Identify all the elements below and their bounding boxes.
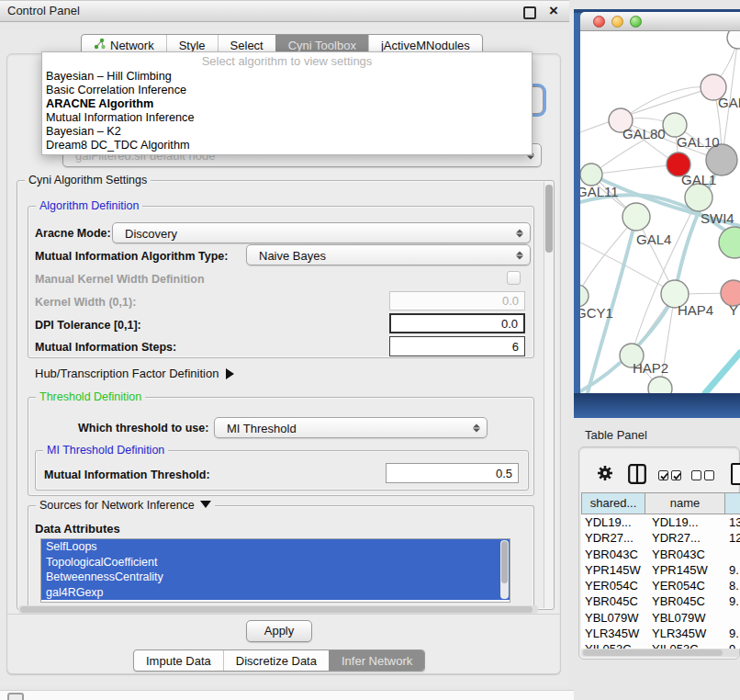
minimize-traffic-light-icon[interactable] [611,16,623,28]
document-icon[interactable] [731,463,740,485]
network-node[interactable] [622,203,650,231]
settings-scrollbar-horizontal[interactable] [18,605,538,614]
table-column-header[interactable] [725,492,740,514]
table-cell: 12 [729,531,740,545]
dpi-tolerance-field[interactable] [389,313,525,333]
network-canvas[interactable]: GALGAL80GAL10GAL1GAL11SWI4GAL4GCY1HAP4YH… [580,31,740,393]
table-cell: YDL19... [585,515,632,529]
aracne-mode-combobox[interactable]: Discovery [112,222,531,243]
split-columns-icon[interactable] [628,464,646,488]
sources-toggle[interactable]: Sources for Network Inference [36,499,215,512]
float-window-icon[interactable] [523,6,536,19]
table-row[interactable]: YER054CYER054C8. [581,578,740,593]
table-column-header[interactable]: shared... [581,492,645,514]
mi-algorithm-type-label: Mutual Information Algorithm Type: [35,250,228,263]
table-row[interactable]: YDL19...YDL19...13 [581,514,740,530]
table-row[interactable]: YLR345WYLR345W9. [581,626,740,641]
table-cell: YPR145W [652,563,708,577]
algorithm-dropdown-placeholder: Select algorithm to view settings [42,52,532,70]
network-window-titlebar[interactable] [580,12,740,31]
table-cell: YER054C [652,579,705,593]
algorithm-option[interactable]: ARACNE Algorithm [42,97,532,111]
mi-algorithm-type-combobox[interactable]: Naive Bayes [246,244,531,265]
attributes-scrollbar[interactable] [500,540,509,599]
network-node-label: GAL10 [677,134,720,150]
table-body: YDL19...YDL19...13YDR27...YDR27...12YBR0… [581,514,740,649]
which-threshold-value: MI Threshold [227,421,297,435]
status-bar-button[interactable] [7,693,24,700]
checked-checkbox-icon[interactable] [658,470,668,480]
expand-arrow-icon [226,368,234,379]
algorithm-option[interactable]: Dream8 DC_TDC Algorithm [42,139,532,152]
unchecked-checkbox-icon[interactable] [691,470,701,480]
settings-scrollbar-vertical[interactable] [544,182,554,608]
network-view: GALGAL80GAL10GAL1GAL11SWI4GAL4GCY1HAP4YH… [580,31,740,393]
tab-discretize-data[interactable]: Discretize Data [223,650,329,671]
network-node[interactable] [719,227,740,258]
scrollbar-thumb[interactable] [501,541,508,583]
group-title: Threshold Definition [36,390,145,403]
tab-impute-data[interactable]: Impute Data [134,650,223,671]
mi-threshold-field[interactable] [386,463,519,483]
table-header-row: shared...name [581,492,740,514]
close-traffic-light-icon[interactable] [593,16,605,28]
network-node[interactable] [580,164,602,186]
network-node-label: HAP4 [678,302,713,318]
dpi-tolerance-label: DPI Tolerance [0,1]: [35,319,141,332]
table-row[interactable]: YBL079WYBL079W [581,610,740,626]
tab-label: Cyni Toolbox [288,39,356,52]
hub-definition-toggle[interactable]: Hub/Transcription Factor Definition [35,367,234,380]
table-cell: YDR27... [585,531,633,545]
scrollbar-thumb[interactable] [545,185,553,253]
network-icon [94,38,106,52]
data-attribute-item[interactable]: gal4RGexp [41,585,510,601]
kernel-width-field[interactable] [389,291,525,310]
table-row[interactable]: YDR27...YDR27...12 [581,530,740,546]
apply-button[interactable]: Apply [246,620,312,642]
control-panel-title: Control Panel [7,4,80,17]
data-attribute-item[interactable]: BetweennessCentrality [41,570,510,585]
algorithm-option[interactable]: Mutual Information Inference [42,111,532,125]
tab-label: Discretize Data [236,654,317,668]
network-node-label: GAL1 [681,172,716,187]
close-icon[interactable]: × [549,1,558,21]
scrollbar-thumb[interactable] [583,649,723,656]
which-threshold-combobox[interactable]: MI Threshold [214,417,488,438]
network-node[interactable] [727,31,740,49]
table-column-header[interactable]: name [645,492,725,514]
table-cell: YPR145W [585,563,641,577]
manual-kernel-width-checkbox[interactable] [507,271,521,285]
table-cell: YER054C [585,579,638,593]
network-desktop-bottom-edge [574,393,740,418]
mi-steps-field[interactable] [389,336,525,356]
algorithm-option[interactable]: Bayesian – K2 [42,125,532,139]
table-scrollbar-horizontal[interactable] [581,649,739,657]
checked-checkbox-icon[interactable] [671,470,681,480]
apply-button-label: Apply [264,624,295,638]
table-cell: YBL079W [652,611,706,625]
table-cell: YBR043C [652,548,705,561]
table-row[interactable]: YBR043CYBR043C [581,547,740,562]
table-row[interactable]: YIL053CYIL053C9 [581,641,740,649]
tab-infer-network[interactable]: Infer Network [329,650,424,671]
data-attributes-list[interactable]: SelfLoopsTopologicalCoefficientBetweenne… [40,538,510,603]
data-attribute-item[interactable]: TopologicalCoefficient [41,555,510,570]
network-node[interactable] [580,285,589,307]
combo-arrows-icon [473,423,480,432]
unchecked-checkbox-icon[interactable] [704,470,714,480]
group-title: MI Threshold Definition [43,444,168,457]
algorithm-option[interactable]: Bayesian – Hill Climbing [42,70,532,84]
scrollbar-thumb[interactable] [20,606,533,613]
tab-label: Select [230,39,263,52]
data-attribute-item[interactable]: SelfLoops [41,539,510,555]
table-row[interactable]: YPR145WYPR145W9. [581,562,740,578]
tab-label: Infer Network [342,654,412,668]
table-row[interactable]: YBR045CYBR045C9. [581,593,740,609]
algorithm-option[interactable]: Basic Correlation Inference [42,84,532,97]
tab-label: Network [110,39,154,52]
mi-threshold-label: Mutual Information Threshold: [44,469,210,481]
gear-icon[interactable] [597,465,613,485]
network-node-label: HAP2 [633,360,668,376]
zoom-traffic-light-icon[interactable] [630,16,642,28]
network-node[interactable] [685,184,712,211]
